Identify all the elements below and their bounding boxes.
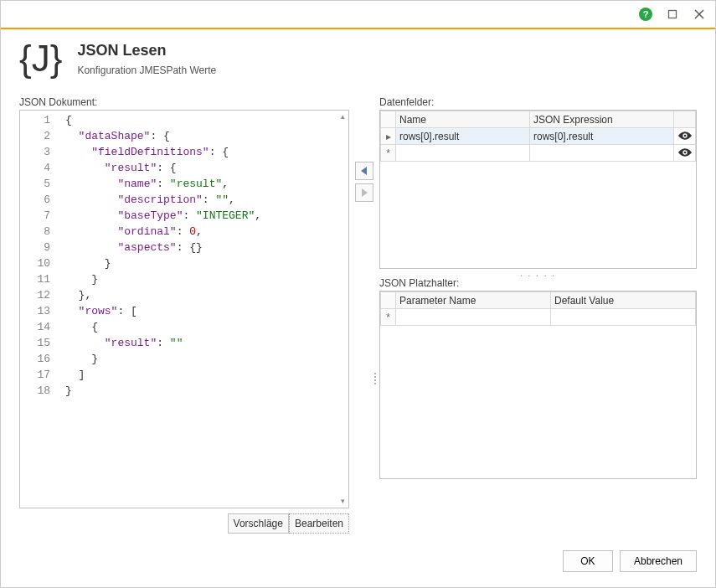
logo: {J} <box>19 38 62 80</box>
col-name[interactable]: Name <box>396 111 530 128</box>
header: {J} JSON Lesen Konfiguration JMESPath We… <box>1 29 715 96</box>
vertical-scrollbar[interactable]: ▴ ▾ <box>337 111 348 508</box>
preview-icon[interactable] <box>674 145 696 162</box>
code-content[interactable]: { "dataShape": { "fieldDefinitions": { "… <box>60 112 348 508</box>
col-expression[interactable]: JSON Expression <box>530 111 674 128</box>
table-row[interactable]: ▸rows[0].resultrows[0].result <box>381 128 696 145</box>
maximize-icon[interactable] <box>665 7 680 22</box>
new-row[interactable]: * <box>381 145 696 162</box>
dialog-window: ? {J} JSON Lesen Konfiguration JMESPath … <box>0 0 716 588</box>
svg-point-5 <box>683 134 686 137</box>
right-pane: Datenfelder: Name JSON Expression <box>379 96 697 534</box>
scroll-down-icon[interactable]: ▾ <box>341 498 345 505</box>
left-pane: JSON Dokument: 1234567891011121314151617… <box>19 96 349 534</box>
edit-button[interactable]: Bearbeiten <box>289 513 349 534</box>
page-title: JSON Lesen <box>77 42 216 59</box>
json-editor[interactable]: 123456789101112131415161718 { "dataShape… <box>19 110 349 508</box>
ok-button[interactable]: OK <box>563 550 613 572</box>
close-icon[interactable] <box>692 7 707 22</box>
help-icon[interactable]: ? <box>638 7 653 22</box>
platzhalter-grid[interactable]: Parameter Name Default Value * <box>379 291 697 479</box>
editor-actions: Vorschläge Bearbeiten <box>19 513 349 534</box>
svg-point-6 <box>683 151 686 153</box>
new-row-indicator-icon: * <box>381 309 396 326</box>
titlebar: ? <box>1 1 715 28</box>
scroll-up-icon[interactable]: ▴ <box>341 113 345 121</box>
cancel-button[interactable]: Abbrechen <box>620 550 697 572</box>
dialog-footer: OK Abbrechen <box>1 542 715 587</box>
content-area: JSON Dokument: 1234567891011121314151617… <box>1 96 715 542</box>
platzhalter-label: JSON Platzhalter: <box>379 277 697 289</box>
svg-marker-3 <box>361 167 367 175</box>
col-parameter-name[interactable]: Parameter Name <box>396 292 551 309</box>
line-number-gutter: 123456789101112131415161718 <box>20 112 60 508</box>
cell-expression[interactable]: rows[0].result <box>530 128 674 145</box>
transfer-buttons <box>349 96 379 534</box>
suggestions-button[interactable]: Vorschläge <box>228 513 289 534</box>
vertical-splitter[interactable] <box>374 373 376 384</box>
col-default-value[interactable]: Default Value <box>551 292 696 309</box>
grid-header-row: Name JSON Expression <box>381 111 696 128</box>
preview-icon[interactable] <box>674 128 696 145</box>
svg-rect-0 <box>669 11 677 18</box>
cell-name[interactable]: rows[0].result <box>396 128 530 145</box>
json-document-label: JSON Dokument: <box>19 96 349 108</box>
new-row-indicator-icon: * <box>381 145 396 162</box>
datenfelder-label: Datenfelder: <box>379 96 697 108</box>
horizontal-splitter[interactable]: . . . . . <box>379 269 697 277</box>
move-right-button[interactable] <box>355 183 373 202</box>
new-row[interactable]: * <box>381 309 696 326</box>
svg-marker-4 <box>362 188 368 197</box>
move-left-button[interactable] <box>355 162 373 180</box>
page-subtitle: Konfiguration JMESPath Werte <box>77 64 216 76</box>
grid-header-row: Parameter Name Default Value <box>381 292 696 309</box>
datenfelder-grid[interactable]: Name JSON Expression ▸rows[0].resultrows… <box>379 110 697 269</box>
row-indicator-icon: ▸ <box>381 128 396 145</box>
